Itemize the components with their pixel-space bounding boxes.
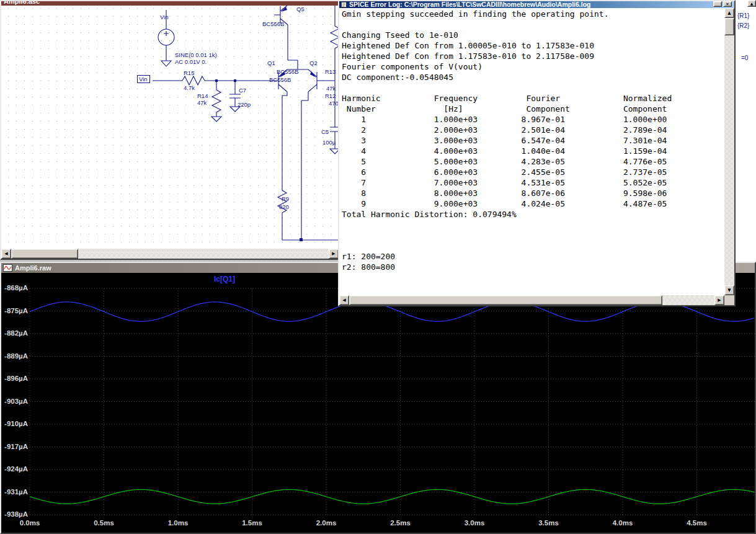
x-tick-label: 4.0ms — [613, 519, 633, 527]
scrollbar-thumb[interactable] — [349, 295, 662, 305]
titlebar-button[interactable] — [713, 1, 722, 7]
log-hscrollbar[interactable]: ◀ ▶ — [339, 295, 724, 305]
component-label[interactable]: 220p — [238, 101, 251, 108]
y-tick-label: -938µA — [1, 510, 28, 518]
scroll-left-button[interactable]: ◀ — [1, 249, 11, 259]
x-tick-label: 0.5ms — [94, 519, 114, 527]
y-tick-label: -917µA — [1, 443, 28, 450]
component-label[interactable]: 820 — [279, 203, 289, 210]
plot-grid — [30, 288, 755, 515]
schematic-hscrollbar[interactable]: ◀ ▶ — [1, 249, 339, 259]
waveform-plot[interactable]: Ic[Q1] -868µA-875µA-882µA-889µA-896µA-90… — [1, 273, 755, 533]
component-label[interactable]: C7 — [239, 87, 246, 94]
y-tick-label: -931µA — [1, 488, 28, 496]
schematic-titlebar[interactable]: Ampli6.asc — [1, 1, 339, 6]
close-icon: ✕ — [726, 2, 729, 7]
scroll-up-button[interactable]: ▲ — [747, 0, 756, 7]
y-tick-label: -889µA — [1, 352, 28, 360]
component-label: {R2} — [737, 22, 749, 29]
scroll-right-button[interactable]: ▶ — [714, 295, 724, 305]
desktop: VinSINE(0 0.01 1k)AC 0.01V 0.VinR154.7kR… — [0, 0, 756, 534]
net-port-label[interactable]: Vin — [137, 75, 150, 83]
scroll-left-icon: ◀ — [4, 251, 7, 256]
schematic-canvas[interactable]: VinSINE(0 0.01 1k)AC 0.01V 0.VinR154.7kR… — [1, 1, 339, 249]
log-line: 5 5.000e+03 4.283e-05 4.776e-05 — [342, 156, 724, 167]
component-label[interactable]: BC556B — [277, 68, 298, 75]
component-label[interactable]: Q2 — [309, 60, 318, 66]
log-line: r2: 800=800 — [342, 262, 724, 272]
log-title: SPICE Error Log: C:\Program Files\LTC\Sw… — [339, 1, 734, 8]
x-tick-label: 0.0ms — [20, 519, 40, 527]
close-button[interactable]: ✕ — [723, 1, 732, 7]
log-line — [342, 82, 724, 93]
y-tick-label: -875µA — [1, 307, 28, 314]
component-label[interactable]: C5 — [321, 128, 329, 135]
component-label[interactable]: Q1 — [267, 60, 275, 66]
log-line: Harmonic Frequency Fourier Normalized — [342, 93, 724, 104]
x-tick-label: 4.5ms — [687, 519, 707, 527]
component-label[interactable]: Vin — [160, 14, 169, 20]
log-line: 9 9.000e+03 4.024e-05 4.487e-05 — [342, 198, 724, 209]
log-file-icon — [341, 2, 347, 7]
waveform-trace[interactable] — [30, 489, 754, 504]
scroll-right-icon: ▶ — [332, 251, 335, 256]
y-tick-label: -903µA — [1, 398, 28, 405]
log-line: 6 6.000e+03 2.455e-05 2.737e-05 — [342, 167, 724, 177]
component-label[interactable]: 470 — [329, 100, 339, 107]
log-vscrollbar[interactable]: ▲ ▼ — [724, 8, 734, 295]
scroll-up-button[interactable]: ▲ — [724, 8, 734, 18]
log-line: 4 4.000e+03 1.040e-04 1.159e-04 — [342, 146, 724, 156]
y-tick-label: -896µA — [1, 375, 28, 382]
log-line: Total Harmonic Distortion: 0.079494% — [342, 209, 724, 220]
log-line — [342, 272, 724, 283]
scrollbar-thumb[interactable] — [11, 249, 78, 259]
scroll-right-icon: ▶ — [718, 298, 721, 303]
component-label[interactable]: R9 — [282, 195, 289, 202]
component-label[interactable]: BC556B — [269, 76, 291, 83]
component-label: =0 — [741, 55, 748, 61]
component-label[interactable]: R15 — [184, 69, 194, 76]
scrollbar-corner — [724, 295, 734, 305]
component-label[interactable]: AC 0.01V 0. — [175, 58, 207, 65]
log-line: Heightened Def Con from 1.00005e-010 to … — [342, 40, 724, 51]
component-label[interactable]: 100µ — [322, 139, 336, 146]
component-label[interactable]: R13 — [325, 68, 336, 75]
log-line: Fourier components of V(vout) — [342, 61, 724, 72]
log-line: 1 1.000e+03 8.967e-01 1.000e+00 — [342, 114, 724, 125]
x-tick-label: 3.5ms — [538, 519, 559, 527]
scroll-left-button[interactable]: ◀ — [339, 295, 349, 305]
component-label[interactable]: 47k — [197, 99, 207, 106]
spice-error-log-window: SPICE Error Log: C:\Program Files\LTC\Sw… — [338, 0, 736, 306]
log-line — [342, 220, 724, 230]
x-tick-label: 1.0ms — [168, 519, 189, 527]
component-label[interactable]: 47k — [326, 85, 336, 92]
scroll-down-icon: ▼ — [727, 288, 731, 293]
component-label[interactable]: BC556B — [262, 20, 284, 27]
scroll-right-button[interactable]: ▶ — [329, 249, 339, 259]
waveform-title: Ampli6.raw — [15, 264, 51, 272]
log-titlebar[interactable]: SPICE Error Log: C:\Program Files\LTC\Sw… — [339, 1, 734, 8]
log-client-area: Gmin stepping succeeded in finding the o… — [339, 8, 724, 295]
scroll-left-icon: ◀ — [342, 298, 345, 303]
x-tick-label: 2.5ms — [390, 519, 411, 527]
background-window-fragment: ▲ {R1}{R2}=0 — [736, 0, 756, 262]
component-label[interactable]: 4.7k — [184, 84, 195, 91]
component-label[interactable]: R12 — [325, 92, 336, 99]
trace-name-label[interactable]: Ic[Q1] — [187, 275, 262, 283]
scroll-up-icon: ▲ — [727, 11, 731, 16]
component-label[interactable]: R14 — [197, 92, 208, 99]
circuit-drawing — [1, 1, 339, 249]
log-line: Gmin stepping succeeded in finding the o… — [342, 9, 724, 19]
x-tick-label: 2.0ms — [316, 519, 337, 527]
log-line: r1: 200=200 — [342, 251, 724, 262]
log-line — [342, 230, 724, 241]
scrollbar-thumb[interactable] — [724, 18, 734, 35]
waveform-traces — [1, 273, 755, 533]
schematic-title: Ampli6.asc — [1, 1, 339, 5]
component-label[interactable]: SINE(0 0.01 1k) — [175, 51, 217, 58]
schematic-window: VinSINE(0 0.01 1k)AC 0.01V 0.VinR154.7kR… — [0, 0, 340, 260]
scroll-down-button[interactable]: ▼ — [724, 285, 734, 295]
log-line — [342, 241, 724, 251]
x-tick-label: 1.5ms — [242, 519, 262, 527]
component-label[interactable]: Q5 — [296, 6, 305, 12]
